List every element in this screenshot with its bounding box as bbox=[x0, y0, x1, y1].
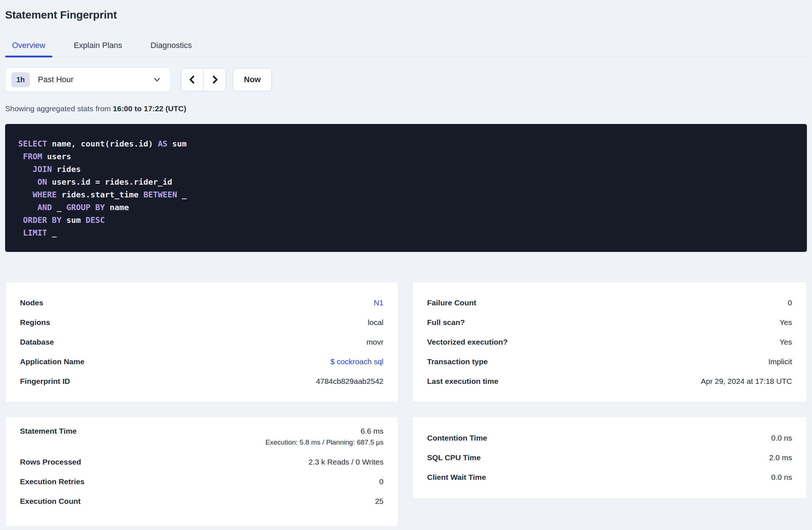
table-row: Rows Processed 2.3 k Reads / 0 Writes bbox=[20, 452, 383, 472]
table-row: Transaction type Implicit bbox=[427, 352, 792, 372]
table-row: Execution Count 25 bbox=[20, 491, 383, 511]
table-row: Client Wait Time 0.0 ns bbox=[427, 467, 792, 487]
execution-retries-label: Execution Retries bbox=[20, 477, 84, 486]
chevron-down-icon bbox=[152, 75, 162, 84]
aggregated-stats-summary: Showing aggregated stats from 16:00 to 1… bbox=[5, 104, 807, 113]
chevron-left-icon bbox=[187, 75, 197, 85]
wait-times-card: Contention Time 0.0 ns SQL CPU Time 2.0 … bbox=[412, 416, 807, 499]
regions-value: local bbox=[368, 318, 383, 327]
rows-processed-label: Rows Processed bbox=[20, 458, 81, 466]
nodes-label: Nodes bbox=[20, 298, 43, 307]
execution-attributes-card: Failure Count 0 Full scan? Yes Vectorize… bbox=[412, 282, 807, 402]
page-title: Statement Fingerprint bbox=[5, 0, 807, 22]
table-row: Failure Count 0 bbox=[427, 293, 792, 313]
application-name-link[interactable]: $ cockroach sql bbox=[330, 357, 383, 366]
statement-details-card: Nodes N1 Regions local Database movr App… bbox=[5, 282, 398, 402]
chevron-right-icon bbox=[210, 75, 220, 85]
fingerprint-id-value: 4784cb829aab2542 bbox=[316, 377, 383, 386]
table-row: Vectorized execution? Yes bbox=[427, 332, 792, 352]
table-row: Database movr bbox=[20, 332, 383, 352]
table-row: Execution Retries 0 bbox=[20, 472, 383, 491]
statement-time-breakdown: Execution: 5.8 ms / Planning: 687.5 µs bbox=[265, 438, 383, 446]
next-interval-button[interactable] bbox=[204, 68, 226, 91]
sql-statement: SELECT name, count(rides.id) AS sum FROM… bbox=[18, 137, 794, 239]
last-execution-time-label: Last execution time bbox=[427, 377, 498, 386]
statement-time-label: Statement Time bbox=[20, 427, 77, 435]
regions-label: Regions bbox=[20, 318, 50, 327]
execution-retries-value: 0 bbox=[379, 477, 383, 486]
aggregated-stats-range: 16:00 to 17:22 (UTC) bbox=[113, 104, 186, 113]
table-row: Full scan? Yes bbox=[427, 313, 792, 332]
last-execution-time-value: Apr 29, 2024 at 17:18 UTC bbox=[701, 377, 792, 386]
tab-diagnostics[interactable]: Diagnostics bbox=[144, 36, 199, 57]
table-row: Last execution time Apr 29, 2024 at 17:1… bbox=[427, 372, 792, 391]
statement-time-value: 6.6 ms bbox=[265, 427, 383, 435]
contention-time-value: 0.0 ns bbox=[771, 434, 792, 442]
table-row: Contention Time 0.0 ns bbox=[427, 428, 792, 448]
time-range-dropdown[interactable]: 1h Past Hour bbox=[5, 67, 171, 92]
now-button[interactable]: Now bbox=[233, 68, 272, 91]
fingerprint-id-label: Fingerprint ID bbox=[20, 377, 70, 386]
aggregated-stats-prefix: Showing aggregated stats from bbox=[5, 104, 113, 113]
table-row: SQL CPU Time 2.0 ms bbox=[427, 448, 792, 467]
execution-count-value: 25 bbox=[375, 497, 383, 506]
previous-interval-button[interactable] bbox=[181, 68, 204, 91]
table-row: Fingerprint ID 4784cb829aab2542 bbox=[20, 372, 383, 391]
tab-bar: Overview Explain Plans Diagnostics bbox=[5, 36, 807, 57]
nodes-link[interactable]: N1 bbox=[374, 298, 383, 307]
table-row: Application Name $ cockroach sql bbox=[20, 352, 383, 372]
database-label: Database bbox=[20, 338, 54, 346]
tab-explain-plans[interactable]: Explain Plans bbox=[67, 36, 129, 57]
transaction-type-label: Transaction type bbox=[427, 357, 488, 366]
sql-statement-box: SELECT name, count(rides.id) AS sum FROM… bbox=[5, 124, 807, 252]
table-row: Nodes N1 bbox=[20, 293, 383, 313]
execution-count-label: Execution Count bbox=[20, 497, 81, 506]
failure-count-label: Failure Count bbox=[427, 298, 476, 307]
full-scan-value: Yes bbox=[780, 318, 792, 327]
transaction-type-value: Implicit bbox=[768, 357, 792, 366]
contention-time-label: Contention Time bbox=[427, 434, 487, 442]
time-step-button-group bbox=[181, 68, 226, 91]
table-row: Statement Time 6.6 ms Execution: 5.8 ms … bbox=[20, 422, 383, 452]
sql-cpu-time-label: SQL CPU Time bbox=[427, 453, 481, 462]
time-range-label: Past Hour bbox=[38, 75, 152, 84]
application-name-label: Application Name bbox=[20, 357, 84, 366]
full-scan-label: Full scan? bbox=[427, 318, 465, 327]
table-row: Regions local bbox=[20, 313, 383, 332]
client-wait-time-label: Client Wait Time bbox=[427, 473, 486, 482]
summary-cards: Nodes N1 Regions local Database movr App… bbox=[5, 282, 807, 527]
tab-overview[interactable]: Overview bbox=[5, 36, 52, 57]
rows-processed-value: 2.3 k Reads / 0 Writes bbox=[309, 458, 383, 466]
duration-badge: 1h bbox=[11, 72, 30, 87]
database-value: movr bbox=[366, 338, 383, 346]
failure-count-value: 0 bbox=[788, 298, 792, 307]
client-wait-time-value: 0.0 ns bbox=[771, 473, 792, 482]
statement-fingerprint-page: Statement Fingerprint Overview Explain P… bbox=[0, 0, 812, 530]
performance-card: Statement Time 6.6 ms Execution: 5.8 ms … bbox=[5, 416, 398, 527]
vectorized-execution-value: Yes bbox=[780, 338, 792, 346]
time-controls: 1h Past Hour Now bbox=[5, 67, 807, 92]
vectorized-execution-label: Vectorized execution? bbox=[427, 338, 508, 346]
sql-cpu-time-value: 2.0 ms bbox=[769, 453, 792, 462]
